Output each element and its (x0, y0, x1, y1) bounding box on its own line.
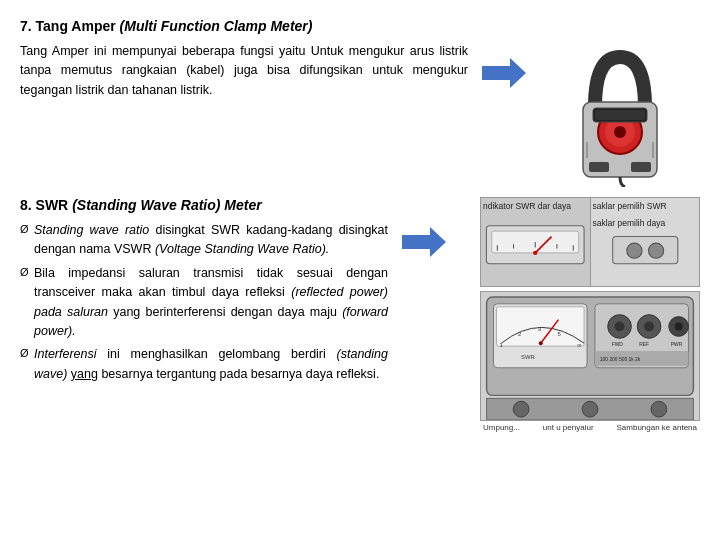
section8-text: 8. SWR (Standing Wave Ratio) Meter Stand… (20, 197, 388, 388)
svg-text:REF: REF (639, 342, 649, 347)
bullet-item-2: Bila impedansi saluran transmisi tidak s… (20, 264, 388, 342)
swr-top-right-label: saklar pemilih SWR (593, 201, 667, 211)
svg-text:1: 1 (499, 342, 502, 348)
bullet-list: Standing wave ratio disingkat SWR kadang… (20, 221, 388, 384)
svg-text:∞: ∞ (577, 342, 581, 348)
svg-point-28 (539, 341, 543, 345)
section8-images: ndikator SWR dar daya (460, 197, 700, 421)
bullet-item-1: Standing wave ratio disingkat SWR kadang… (20, 221, 388, 260)
svg-point-48 (513, 401, 529, 417)
section7-title-italic: (Multi Function Clamp Meter) (120, 18, 313, 34)
svg-text:100 200 500 1k 2k: 100 200 500 1k 2k (600, 357, 641, 362)
bullet3-italic1: Interferensi (34, 347, 97, 361)
section8-arrow-container (402, 227, 446, 257)
svg-text:FWD: FWD (612, 342, 624, 347)
bullet2-text2: yang berinterferensi dengan daya maju (108, 305, 342, 319)
svg-rect-7 (589, 162, 609, 172)
svg-rect-21 (612, 237, 677, 264)
svg-text:2: 2 (518, 331, 521, 337)
section7-title-plain: 7. Tang Amper (20, 18, 120, 34)
swr-top-image: ndikator SWR dar daya (480, 197, 700, 287)
swr-bottom-image: 1 2 3 5 ∞ SWR FWD (480, 291, 700, 421)
svg-point-50 (651, 401, 667, 417)
swr-top-left-label: ndikator SWR dar daya (483, 201, 571, 211)
swr-label-2: Sambungan ke antena (616, 423, 697, 432)
bullet1-italic1: Standing wave ratio (34, 223, 149, 237)
svg-point-49 (582, 401, 598, 417)
bullet3-text3: besarnya tergantung pada besarnya daya r… (98, 367, 379, 381)
section8: 8. SWR (Standing Wave Ratio) Meter Stand… (20, 197, 700, 421)
swr-right-diagram (591, 198, 700, 286)
section8-title-plain: 8. SWR (20, 197, 72, 213)
clamp-meter-illustration (565, 42, 675, 187)
svg-point-22 (626, 243, 641, 258)
svg-point-41 (675, 323, 683, 331)
svg-point-4 (614, 126, 626, 138)
swr-top-middle-label: saklar pemilih daya (593, 218, 666, 228)
section7-title: 7. Tang Amper (Multi Function Clamp Mete… (20, 18, 468, 34)
svg-text:PWR: PWR (671, 342, 683, 347)
swr-device-diagram: 1 2 3 5 ∞ SWR FWD (481, 292, 699, 420)
svg-text:SWR: SWR (521, 354, 535, 360)
swr-label-1: Umpung... (483, 423, 520, 432)
svg-rect-6 (595, 110, 645, 120)
svg-marker-11 (402, 227, 446, 257)
section7-image (540, 42, 700, 187)
svg-point-39 (644, 322, 654, 332)
bullet-item-3: Interferensi ini menghasilkan gelombang … (20, 345, 388, 384)
section8-title-italic: (Standing Wave Ratio) Meter (72, 197, 262, 213)
page: 7. Tang Amper (Multi Function Clamp Mete… (0, 0, 720, 540)
swr-bottom-labels: Umpung... unt u penyalur Sambungan ke an… (481, 422, 699, 433)
section7-body: Tang Amper ini mempunyai beberapa fungsi… (20, 42, 468, 100)
bullet1-italic2: (Voltage Standing Wave Ratio). (155, 242, 329, 256)
swr-top-left: ndikator SWR dar daya (481, 198, 591, 286)
svg-marker-0 (482, 58, 526, 88)
svg-point-37 (615, 322, 625, 332)
swr-top-inner: ndikator SWR dar daya (481, 198, 699, 286)
section7-text: 7. Tang Amper (Multi Function Clamp Mete… (20, 18, 468, 100)
section7-arrow-icon (482, 58, 526, 88)
swr-left-diagram (481, 198, 590, 286)
bullet3-text1: ini menghasilkan gelombang berdiri (97, 347, 337, 361)
bullet3-underline: yang (71, 367, 98, 381)
swr-label-3: unt u penyalur (543, 423, 594, 432)
svg-point-23 (648, 243, 663, 258)
section8-title: 8. SWR (Standing Wave Ratio) Meter (20, 197, 388, 213)
section8-arrow-icon (402, 227, 446, 257)
section7: 7. Tang Amper (Multi Function Clamp Mete… (20, 18, 700, 187)
swr-top-right: saklar pemilih SWR saklar pemilih daya (591, 198, 700, 286)
svg-point-15 (533, 251, 537, 255)
svg-rect-8 (631, 162, 651, 172)
